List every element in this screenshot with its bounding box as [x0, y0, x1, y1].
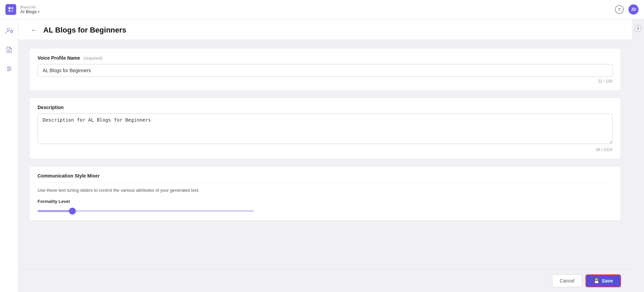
dropdown-caret-icon: ▾: [38, 10, 40, 14]
communication-style-card: Communication Style Mixer Use these text…: [29, 166, 621, 221]
sidebar-item-settings[interactable]: [3, 63, 15, 75]
svg-point-13: [7, 70, 8, 71]
content-area: ← AL Blogs for Beginners Voice Profile N…: [18, 19, 632, 292]
description-input[interactable]: Description for AL Blogs for Beginners: [38, 113, 613, 144]
required-indicator: (required): [84, 56, 102, 61]
description-card: Description Description for AL Blogs for…: [29, 98, 621, 159]
back-button[interactable]: ←: [29, 25, 39, 35]
sidebar-item-voice-profile[interactable]: [3, 25, 15, 37]
info-icon[interactable]: ℹ: [634, 25, 642, 32]
description-label: Description: [38, 105, 613, 110]
formality-slider[interactable]: [38, 210, 254, 212]
formality-label: Formality Level: [38, 199, 613, 204]
brand-kit-label: Brand Kit: [20, 5, 40, 9]
page-title: AL Blogs for Beginners: [43, 26, 126, 35]
main-layout: ← AL Blogs for Beginners Voice Profile N…: [0, 19, 644, 292]
voice-profile-input[interactable]: [38, 64, 613, 77]
description-char-count: 38 / 1024: [38, 147, 613, 152]
avatar[interactable]: JD: [628, 4, 639, 15]
svg-rect-0: [8, 7, 10, 9]
svg-rect-3: [11, 10, 13, 12]
ai-blogs-dropdown[interactable]: AI Blogs ▾: [20, 9, 40, 14]
svg-rect-2: [8, 10, 10, 12]
voice-profile-label: Voice Profile Name (required): [38, 55, 613, 61]
brand-text: Brand Kit AI Blogs ▾: [20, 5, 40, 14]
voice-profile-card: Voice Profile Name (required) 22 / 100: [29, 48, 621, 91]
svg-point-11: [7, 66, 8, 67]
voice-profile-char-count: 22 / 100: [38, 79, 613, 84]
right-info-panel: ℹ: [632, 19, 644, 292]
svg-point-4: [7, 28, 9, 30]
sidebar-item-document[interactable]: [3, 44, 15, 56]
footer: Cancel 💾 Save: [18, 269, 632, 292]
brand-logo: [5, 4, 16, 15]
nav-right: ? JD: [615, 4, 639, 15]
cancel-button[interactable]: Cancel: [552, 274, 582, 287]
help-button[interactable]: ?: [615, 5, 624, 14]
top-nav: Brand Kit AI Blogs ▾ ? JD: [0, 0, 644, 19]
sidebar: [0, 19, 18, 292]
page-header: ← AL Blogs for Beginners: [18, 19, 632, 40]
communication-style-title: Communication Style Mixer: [38, 173, 613, 183]
save-button[interactable]: 💾 Save: [585, 274, 621, 287]
save-icon: 💾: [594, 278, 599, 284]
svg-rect-1: [11, 7, 13, 9]
form-scroll: Voice Profile Name (required) 22 / 100 D…: [18, 40, 632, 269]
svg-point-12: [9, 68, 10, 69]
communication-style-desc: Use these text tuning sliders to control…: [38, 188, 613, 193]
